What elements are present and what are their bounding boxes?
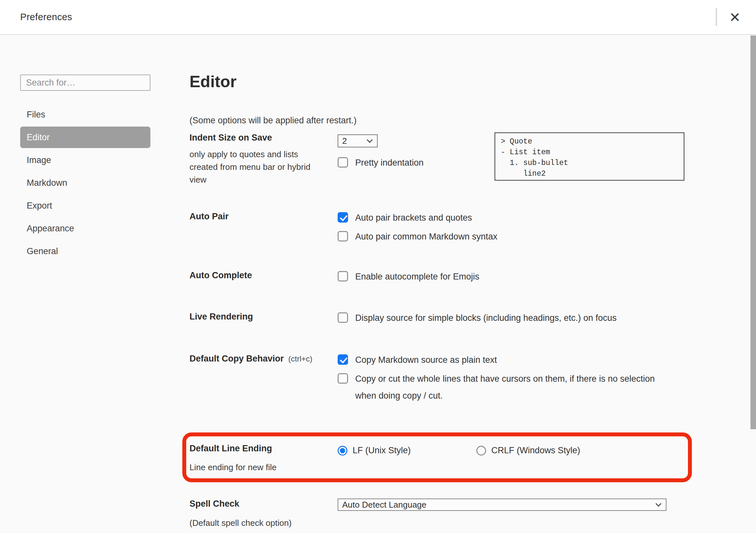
vertical-scrollbar[interactable] xyxy=(750,36,756,429)
copy-whole-lines-checkbox[interactable] xyxy=(338,373,348,384)
display-source-label[interactable]: Display source for simple blocks (includ… xyxy=(355,312,617,323)
sidebar-item-export[interactable]: Export xyxy=(20,195,150,216)
code-line: > Quote xyxy=(501,136,684,147)
line-ending-description: Line ending for new file xyxy=(189,461,276,474)
sidebar-item-files[interactable]: Files xyxy=(20,104,150,125)
indent-size-label: Indent Size on Save xyxy=(189,133,272,143)
sidebar-item-markdown[interactable]: Markdown xyxy=(20,172,150,193)
code-line: 1. sub-bullet xyxy=(501,158,684,168)
emoji-autocomplete-label[interactable]: Enable autocomplete for Emojis xyxy=(355,271,479,282)
copy-source-label[interactable]: Copy Markdown source as plain text xyxy=(355,354,497,366)
spell-check-select[interactable]: Auto Detect Language xyxy=(338,498,666,511)
auto-pair-syntax-row: Auto pair common Markdown syntax xyxy=(338,231,498,242)
sidebar-item-appearance[interactable]: Appearance xyxy=(20,218,150,239)
crlf-radio-row: CRLF (Windows Style) xyxy=(476,445,580,456)
close-icon[interactable]: ✕ xyxy=(723,6,746,29)
copy-source-checkbox[interactable] xyxy=(338,354,348,365)
display-source-checkbox[interactable] xyxy=(338,312,348,323)
spell-check-select-value: Auto Detect Language xyxy=(342,500,426,510)
sidebar-item-editor[interactable]: Editor xyxy=(20,127,150,148)
auto-pair-brackets-row: Auto pair brackets and quotes xyxy=(338,212,472,223)
lf-radio-row: LF (Unix Style) xyxy=(338,445,411,456)
chevron-down-icon xyxy=(366,137,372,143)
auto-complete-label: Auto Complete xyxy=(189,270,252,281)
emoji-autocomplete-checkbox[interactable] xyxy=(338,271,348,281)
code-line: - List item xyxy=(501,147,684,158)
copy-whole-lines-label[interactable]: Copy or cut the whole lines that have cu… xyxy=(355,370,678,404)
spell-check-description: (Default spell check option) xyxy=(189,517,292,529)
spell-check-label: Spell Check xyxy=(189,499,239,509)
line-ending-label: Default Line Ending xyxy=(189,444,272,454)
display-source-row: Display source for simple blocks (includ… xyxy=(338,312,617,323)
sidebar-item-general[interactable]: General xyxy=(20,241,150,262)
dialog-title: Preferences xyxy=(20,0,72,34)
sidebar-nav: Files Editor Image Markdown Export Appea… xyxy=(20,104,150,263)
copy-source-row: Copy Markdown source as plain text xyxy=(338,354,497,366)
auto-pair-syntax-checkbox[interactable] xyxy=(338,231,348,241)
copy-behavior-label-text: Default Copy Behavior xyxy=(189,354,284,364)
pretty-indentation-row: Pretty indentation xyxy=(338,157,423,168)
auto-pair-brackets-label[interactable]: Auto pair brackets and quotes xyxy=(355,212,472,223)
crlf-radio[interactable] xyxy=(476,446,486,456)
lf-radio-label[interactable]: LF (Unix Style) xyxy=(353,445,411,456)
pretty-indentation-label[interactable]: Pretty indentation xyxy=(355,157,423,168)
live-rendering-label: Live Rendering xyxy=(189,312,253,322)
indent-size-select-value: 2 xyxy=(342,136,347,146)
copy-whole-lines-row: Copy or cut the whole lines that have cu… xyxy=(338,373,678,404)
auto-pair-label: Auto Pair xyxy=(189,212,229,222)
header-divider xyxy=(716,8,716,26)
copy-behavior-label: Default Copy Behavior(ctrl+c) xyxy=(189,354,312,364)
indent-size-select[interactable]: 2 xyxy=(338,134,378,147)
chevron-down-icon xyxy=(655,501,661,507)
indent-size-description: only apply to quotes and lists created f… xyxy=(189,148,315,186)
restart-note: (Some options will be applied after rest… xyxy=(189,115,357,126)
crlf-radio-label[interactable]: CRLF (Windows Style) xyxy=(491,445,580,456)
auto-pair-brackets-checkbox[interactable] xyxy=(338,212,348,222)
pretty-indentation-checkbox[interactable] xyxy=(338,157,348,167)
code-line: line2 xyxy=(501,168,684,179)
copy-behavior-shortcut: (ctrl+c) xyxy=(288,354,312,363)
indent-preview-code-box: > Quote - List item 1. sub-bullet line2 xyxy=(495,133,684,181)
red-annotation-rectangle xyxy=(182,432,692,482)
page-title: Editor xyxy=(189,72,236,91)
dialog-header: Preferences ✕ xyxy=(0,0,756,35)
emoji-autocomplete-row: Enable autocomplete for Emojis xyxy=(338,271,479,282)
search-input[interactable] xyxy=(20,74,150,91)
lf-radio[interactable] xyxy=(338,446,347,456)
sidebar-item-image[interactable]: Image xyxy=(20,149,150,171)
auto-pair-syntax-label[interactable]: Auto pair common Markdown syntax xyxy=(355,231,498,242)
